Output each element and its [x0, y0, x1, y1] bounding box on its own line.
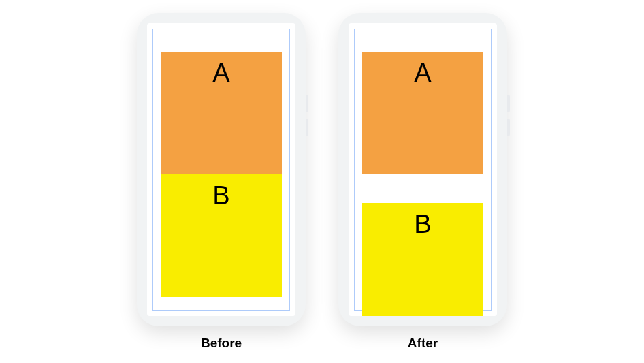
phone-after-column: A B After — [338, 13, 507, 351]
box-b-label: B — [414, 210, 431, 316]
caption-before: Before — [201, 336, 242, 351]
phone-side-button — [306, 119, 308, 136]
box-a-after: A — [362, 52, 483, 174]
phone-frame-before: A B — [137, 13, 306, 326]
phone-side-button — [507, 119, 510, 136]
box-a-label: A — [212, 59, 229, 174]
box-a-label: A — [414, 59, 431, 174]
box-a-before: A — [161, 52, 282, 174]
phone-side-button — [306, 95, 308, 112]
phone-screen-after: A B — [349, 23, 497, 316]
phone-before-column: A B Before — [137, 13, 306, 351]
box-b-after: B — [362, 203, 483, 316]
box-b-label: B — [212, 181, 229, 297]
caption-after: After — [408, 336, 438, 351]
phone-screen-before: A B — [147, 23, 295, 316]
phone-side-button — [507, 95, 510, 112]
phone-frame-after: A B — [338, 13, 507, 326]
box-b-before: B — [161, 174, 282, 297]
